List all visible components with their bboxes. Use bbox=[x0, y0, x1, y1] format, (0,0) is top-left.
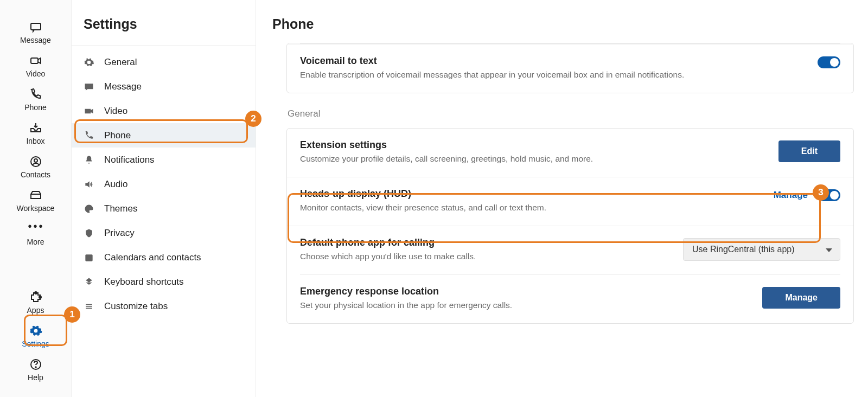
sidebar-item-calendars[interactable]: Calendars and contacts bbox=[72, 245, 256, 270]
setting-desc: Customize your profile details, call scr… bbox=[300, 154, 593, 164]
workspace-icon bbox=[28, 189, 43, 202]
svg-rect-0 bbox=[31, 23, 41, 30]
default-app-select[interactable]: Use RingCentral (this app) bbox=[683, 238, 840, 261]
help-icon bbox=[28, 358, 43, 371]
sidebar-item-label: General bbox=[104, 57, 137, 68]
rail-label: More bbox=[27, 238, 44, 246]
rail-label: Contacts bbox=[21, 170, 50, 179]
sidebar-item-label: Phone bbox=[104, 130, 131, 141]
rail-label: Help bbox=[28, 373, 43, 382]
sidebar-item-privacy[interactable]: Privacy bbox=[72, 221, 256, 245]
more-icon: ••• bbox=[28, 222, 43, 235]
manage-link[interactable]: Manage bbox=[774, 190, 808, 201]
setting-desc: Choose which app you'd like use to make … bbox=[300, 252, 476, 261]
main-panel: Phone Voicemail to text Enable transcrip… bbox=[256, 0, 868, 397]
setting-title: Extension settings bbox=[300, 139, 593, 151]
select-value: Use RingCentral (this app) bbox=[692, 245, 795, 254]
setting-title: Voicemail to text bbox=[300, 55, 684, 67]
puzzle-icon bbox=[28, 291, 43, 304]
video-icon bbox=[28, 54, 43, 67]
sidebar-item-label: Privacy bbox=[104, 228, 135, 239]
card-general: Extension settings Customize your profil… bbox=[286, 128, 854, 324]
sidebar-item-label: Calendars and contacts bbox=[104, 252, 201, 263]
rail-item-contacts[interactable]: Contacts bbox=[11, 155, 61, 179]
sidebar-item-general[interactable]: General bbox=[72, 50, 256, 74]
rail-label: Settings bbox=[22, 340, 49, 348]
rail-item-more[interactable]: ••• More bbox=[11, 222, 61, 246]
sidebar-item-themes[interactable]: Themes bbox=[72, 196, 256, 221]
rail-item-video[interactable]: Video bbox=[11, 54, 61, 78]
edit-button[interactable]: Edit bbox=[778, 140, 840, 162]
shield-icon bbox=[84, 228, 94, 239]
svg-rect-11 bbox=[85, 254, 92, 261]
rail-label: Inbox bbox=[26, 137, 44, 145]
rail-item-message[interactable]: Message bbox=[11, 21, 61, 44]
rail-item-help[interactable]: Help bbox=[11, 358, 61, 382]
setting-title: Heads-up display (HUD) bbox=[300, 188, 546, 200]
phone-icon bbox=[84, 130, 94, 141]
rail-label: Video bbox=[26, 69, 46, 78]
contacts-icon bbox=[28, 155, 43, 168]
rail-item-workspace[interactable]: Workspace bbox=[11, 189, 61, 213]
sidebar-item-phone[interactable]: Phone bbox=[72, 123, 256, 148]
sidebar-item-label: Keyboard shortcuts bbox=[104, 277, 183, 287]
phone-icon bbox=[28, 88, 43, 101]
svg-rect-1 bbox=[31, 58, 38, 63]
setting-desc: Monitor contacts, view their presence st… bbox=[300, 203, 546, 213]
sidebar-item-label: Notifications bbox=[104, 155, 155, 165]
keyboard-icon bbox=[84, 277, 94, 287]
sidebar-title: Settings bbox=[84, 16, 244, 32]
svg-point-10 bbox=[90, 207, 91, 208]
calendar-icon bbox=[84, 252, 94, 263]
sidebar-item-notifications[interactable]: Notifications bbox=[72, 148, 256, 172]
rail-label: Message bbox=[20, 36, 51, 44]
sidebar-item-keyboard[interactable]: Keyboard shortcuts bbox=[72, 270, 256, 294]
setting-desc: Set your physical location in the app fo… bbox=[300, 300, 512, 310]
sidebar-item-video[interactable]: Video bbox=[72, 99, 256, 123]
rail-label: Phone bbox=[24, 103, 46, 112]
hud-toggle[interactable] bbox=[818, 189, 840, 201]
section-label-general: General bbox=[288, 108, 854, 119]
palette-icon bbox=[84, 203, 94, 214]
nav-rail: Message Video Phone Inbox Contacts Works… bbox=[0, 0, 72, 397]
inbox-icon bbox=[28, 121, 43, 135]
settings-sidebar: Settings General Message Video Phone Not… bbox=[72, 0, 256, 397]
svg-point-8 bbox=[87, 207, 88, 208]
voicemail-toggle[interactable] bbox=[818, 56, 840, 68]
svg-point-3 bbox=[34, 159, 37, 162]
sidebar-item-label: Message bbox=[104, 81, 142, 92]
gear-icon bbox=[84, 57, 94, 68]
sidebar-item-label: Video bbox=[104, 106, 127, 117]
audio-icon bbox=[84, 179, 94, 190]
rail-item-phone[interactable]: Phone bbox=[11, 88, 61, 112]
rail-label: Apps bbox=[27, 306, 44, 315]
hud-row: Heads-up display (HUD) Monitor contacts,… bbox=[287, 177, 853, 226]
bell-icon bbox=[84, 155, 94, 165]
message-icon bbox=[28, 21, 43, 34]
card-voicemail-group: Voicemail to text Enable transcription o… bbox=[286, 43, 854, 93]
page-title: Phone bbox=[272, 16, 852, 32]
setting-desc: Enable transcription of voicemail messag… bbox=[300, 70, 684, 80]
rail-item-apps[interactable]: Apps bbox=[11, 291, 61, 315]
sidebar-item-audio[interactable]: Audio bbox=[72, 172, 256, 196]
svg-point-7 bbox=[35, 367, 36, 368]
sidebar-item-message[interactable]: Message bbox=[72, 74, 256, 99]
rail-label: Workspace bbox=[17, 204, 55, 213]
message-icon bbox=[84, 81, 94, 92]
setting-title: Emergency response location bbox=[300, 286, 512, 297]
manage-button[interactable]: Manage bbox=[762, 287, 840, 309]
gear-icon bbox=[28, 324, 43, 337]
rail-item-settings[interactable]: Settings bbox=[11, 324, 61, 348]
video-icon bbox=[84, 106, 94, 117]
setting-title: Default phone app for calling bbox=[300, 237, 476, 248]
rail-item-inbox[interactable]: Inbox bbox=[11, 121, 61, 145]
svg-point-9 bbox=[88, 206, 90, 207]
sidebar-item-customize-tabs[interactable]: Customize tabs bbox=[72, 294, 256, 318]
sidebar-item-label: Themes bbox=[104, 203, 137, 214]
sidebar-item-label: Audio bbox=[104, 179, 127, 190]
sidebar-item-label: Customize tabs bbox=[104, 301, 168, 312]
lines-icon bbox=[84, 301, 94, 312]
